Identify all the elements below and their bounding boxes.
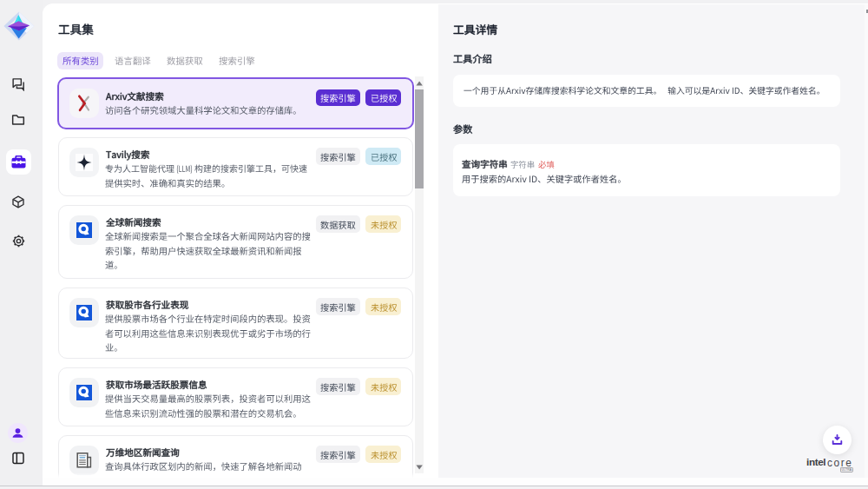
svg-text:ULTRA: ULTRA bbox=[841, 468, 852, 472]
